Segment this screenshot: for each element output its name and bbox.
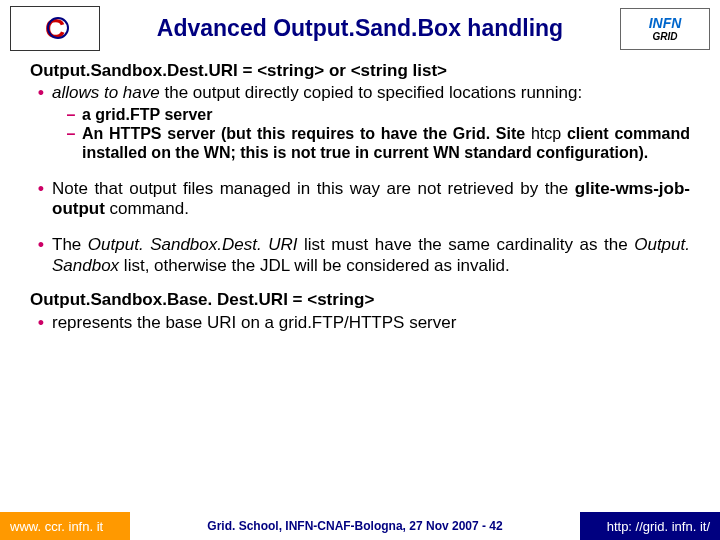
footer-venue: Grid. School, INFN-CNAF-Bologna, 27 Nov … bbox=[130, 519, 580, 533]
sub-gridftp: – a grid.FTP server bbox=[60, 105, 690, 124]
txt: represents the base URI on a grid.FTP/HT… bbox=[52, 313, 690, 335]
txt: Output. Sandbox.Dest. URI bbox=[88, 235, 298, 254]
bullet-cardinality: • The Output. Sandbox.Dest. URI list mus… bbox=[30, 235, 690, 276]
grid-text: GRID bbox=[653, 31, 678, 42]
bullet-icon: • bbox=[30, 313, 52, 335]
txt: An HTTPS server (but this requires to ha… bbox=[82, 125, 525, 142]
slide-header: C Advanced Output.Sand.Box handling INFN… bbox=[0, 0, 720, 53]
footer-left-url: www. ccr. infn. it bbox=[0, 512, 130, 540]
txt: Note that output files managed in this w… bbox=[52, 179, 575, 198]
section2-heading: Output.Sandbox.Base. Dest.URI = <string> bbox=[30, 290, 690, 310]
logo-c-letter: C bbox=[45, 13, 65, 45]
bullet-note: • Note that output files managed in this… bbox=[30, 179, 690, 220]
section1-heading: Output.Sandbox.Dest.URI = <string> or <s… bbox=[30, 61, 690, 81]
sub-https: – An HTTPS server (but this requires to … bbox=[60, 124, 690, 162]
bullet-allows: • allows to have the output directly cop… bbox=[30, 83, 690, 105]
slide-footer: www. ccr. infn. it Grid. School, INFN-CN… bbox=[0, 512, 720, 540]
txt: a grid.FTP server bbox=[82, 105, 690, 124]
txt: list must have the same cardinality as t… bbox=[297, 235, 634, 254]
bullet-baseuri: • represents the base URI on a grid.FTP/… bbox=[30, 313, 690, 335]
dash-icon: – bbox=[60, 105, 82, 124]
infn-text: INFN bbox=[649, 15, 682, 31]
footer-right-url: http: //grid. infn. it/ bbox=[580, 512, 720, 540]
ccr-logo: C bbox=[10, 6, 100, 51]
txt: list, otherwise the JDL will be consider… bbox=[119, 256, 510, 275]
bullet-icon: • bbox=[30, 83, 52, 105]
infn-logo: INFN GRID bbox=[620, 8, 710, 50]
txt: allows to have bbox=[52, 83, 160, 102]
slide-body: Output.Sandbox.Dest.URI = <string> or <s… bbox=[0, 53, 720, 334]
txt: the output directly copied to specified … bbox=[160, 83, 582, 102]
bullet-icon: • bbox=[30, 235, 52, 276]
dash-icon: – bbox=[60, 124, 82, 162]
txt: The bbox=[52, 235, 88, 254]
slide-title: Advanced Output.Sand.Box handling bbox=[110, 15, 610, 42]
txt: command. bbox=[105, 199, 189, 218]
txt: htcp bbox=[525, 125, 567, 142]
bullet-icon: • bbox=[30, 179, 52, 220]
